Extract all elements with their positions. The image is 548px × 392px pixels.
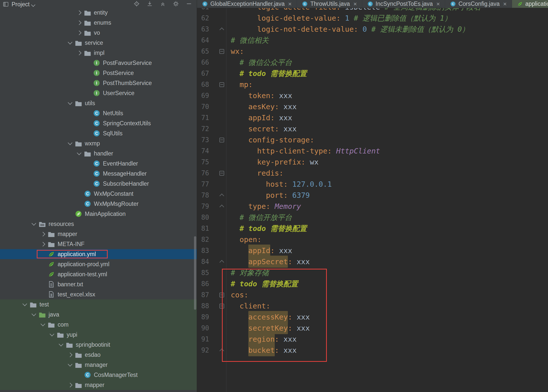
editor-line-86[interactable]: 86# todo 需替换配置 bbox=[197, 278, 548, 289]
tree-item-sqlutils[interactable]: CSqlUtils bbox=[0, 128, 197, 138]
chevron-right-icon[interactable] bbox=[74, 51, 84, 55]
tree-item-esdao[interactable]: esdao bbox=[0, 350, 197, 360]
tree-item-handler[interactable]: handler bbox=[0, 148, 197, 159]
chevron-down-icon[interactable] bbox=[38, 324, 47, 326]
close-icon[interactable]: × bbox=[288, 1, 292, 7]
tree-item-resources[interactable]: resources bbox=[0, 219, 197, 229]
editor-line-74[interactable]: 74 http-client-type: HttpClient bbox=[197, 145, 548, 156]
tree-item-cosmanagertest[interactable]: CCosManagerTest bbox=[0, 370, 197, 380]
tree-item-application-test-yml[interactable]: application-test.yml bbox=[0, 269, 197, 279]
tree-item-mapper[interactable]: mapper bbox=[0, 380, 197, 390]
chevron-down-icon[interactable] bbox=[31, 3, 35, 7]
tab-incsyncposttoes-java[interactable]: CIncSyncPostToEs.java× bbox=[362, 0, 445, 8]
chevron-right-icon[interactable] bbox=[38, 232, 47, 236]
tree-item-wxmp[interactable]: wxmp bbox=[0, 138, 197, 148]
tree-item-service[interactable]: service bbox=[0, 38, 197, 48]
editor-line-76[interactable]: 76 redis: bbox=[197, 168, 548, 179]
chevron-right-icon[interactable] bbox=[74, 21, 84, 24]
fold-collapse-icon[interactable] bbox=[217, 171, 226, 176]
tree-item-postfavourservice[interactable]: IPostFavourService bbox=[0, 58, 197, 68]
scroll-from-source-icon[interactable] bbox=[146, 1, 153, 7]
tree-item-enums[interactable]: enums bbox=[0, 18, 197, 28]
tree-item-manager[interactable]: manager bbox=[0, 360, 197, 370]
tab-corsconfig-java[interactable]: CCorsConfig.java× bbox=[445, 0, 512, 8]
tree-item-eventhandler[interactable]: CEventHandler bbox=[0, 159, 197, 169]
editor-line-71[interactable]: 71 appId: xxx bbox=[197, 112, 548, 123]
editor-line-81[interactable]: 81 # todo 需替换配置 bbox=[197, 223, 548, 234]
collapse-all-icon[interactable] bbox=[160, 1, 166, 7]
editor-line-77[interactable]: 77 host: 127.0.0.1 bbox=[197, 179, 548, 190]
editor-line-68[interactable]: 68 mp: bbox=[197, 79, 548, 90]
fold-collapse-icon[interactable] bbox=[217, 138, 226, 142]
tree-item-java[interactable]: java bbox=[0, 309, 197, 320]
editor-line-69[interactable]: 69 token: xxx bbox=[197, 90, 548, 101]
tree-item-banner-txt[interactable]: banner.txt bbox=[0, 279, 197, 289]
tree-item-impl[interactable]: impl bbox=[0, 48, 197, 58]
chevron-down-icon[interactable] bbox=[20, 303, 29, 305]
chevron-down-icon[interactable] bbox=[29, 313, 38, 316]
project-tool-window-icon[interactable] bbox=[3, 1, 9, 8]
editor-line-88[interactable]: 88 client: bbox=[197, 300, 548, 311]
tree-item-postservice[interactable]: IPostService bbox=[0, 68, 197, 78]
tree-item-subscribehandler[interactable]: CSubscribeHandler bbox=[0, 179, 197, 189]
fold-end-icon[interactable] bbox=[217, 348, 226, 352]
close-icon[interactable]: × bbox=[436, 1, 440, 7]
chevron-down-icon[interactable] bbox=[65, 102, 74, 104]
project-view-title[interactable]: Project bbox=[12, 1, 30, 8]
chevron-right-icon[interactable] bbox=[74, 31, 84, 34]
tree-item-messagehandler[interactable]: CMessageHandler bbox=[0, 169, 197, 179]
chevron-down-icon[interactable] bbox=[74, 152, 84, 154]
fold-collapse-icon[interactable] bbox=[217, 82, 226, 87]
tree-item-test-excel-xlsx[interactable]: test_excel.xlsx bbox=[0, 289, 197, 299]
fold-end-icon[interactable] bbox=[217, 27, 226, 31]
editor-line-82[interactable]: 82 open: bbox=[197, 234, 548, 245]
editor-line-64[interactable]: 64# 微信相关 bbox=[197, 35, 548, 46]
editor-line-90[interactable]: 90 secretKey: xxx bbox=[197, 323, 548, 334]
editor-line-66[interactable]: 66 # 微信公众平台 bbox=[197, 57, 548, 68]
editor-line-89[interactable]: 89 accessKey: xxx bbox=[197, 311, 548, 323]
chevron-right-icon[interactable] bbox=[65, 353, 74, 357]
chevron-down-icon[interactable] bbox=[65, 42, 74, 44]
editor-line-73[interactable]: 73 config-storage: bbox=[197, 134, 548, 145]
editor-line-87[interactable]: 87cos: bbox=[197, 289, 548, 300]
chevron-down-icon[interactable] bbox=[65, 364, 74, 366]
tree-item-mapper[interactable]: mapper bbox=[0, 229, 197, 239]
project-scrollbar[interactable] bbox=[194, 236, 196, 310]
chevron-down-icon[interactable] bbox=[56, 344, 65, 346]
fold-end-icon[interactable] bbox=[217, 259, 226, 264]
editor-line-83[interactable]: 83 appId: xxx bbox=[197, 245, 548, 256]
chevron-right-icon[interactable] bbox=[65, 383, 74, 387]
tree-item-application-yml[interactable]: application.yml bbox=[0, 249, 197, 259]
editor-line-62[interactable]: 62 logic-delete-value: 1 # 逻辑已删除值（默认为 1） bbox=[197, 13, 548, 24]
tab-throwutils-java[interactable]: CThrowUtils.java× bbox=[297, 0, 362, 8]
tree-item-application-prod-yml[interactable]: application-prod.yml bbox=[0, 259, 197, 269]
editor-line-85[interactable]: 85# 对象存储 bbox=[197, 267, 548, 278]
editor-line-84[interactable]: 84 appSecret: xxx bbox=[197, 256, 548, 267]
fold-collapse-icon[interactable] bbox=[217, 293, 226, 297]
tree-item-wxmpmsgrouter[interactable]: CWxMpMsgRouter bbox=[0, 199, 197, 209]
tree-item-postthumbservice[interactable]: IPostThumbService bbox=[0, 78, 197, 88]
tree-item-netutils[interactable]: CNetUtils bbox=[0, 108, 197, 118]
fold-collapse-icon[interactable] bbox=[217, 49, 226, 54]
editor-line-65[interactable]: 65wx: bbox=[197, 46, 548, 57]
tree-item-entity[interactable]: entity bbox=[0, 8, 197, 18]
tree-item-springcontextutils[interactable]: CSpringContextUtils bbox=[0, 118, 197, 128]
tree-item-test[interactable]: test bbox=[0, 299, 197, 309]
select-opened-file-icon[interactable] bbox=[133, 1, 140, 7]
editor-line-91[interactable]: 91 region: xxx bbox=[197, 334, 548, 345]
editor-line-67[interactable]: 67 # todo 需替换配置 bbox=[197, 68, 548, 79]
tree-item-meta-inf[interactable]: META-INF bbox=[0, 239, 197, 249]
tab-application-yml[interactable]: application.yml× bbox=[512, 0, 548, 8]
chevron-down-icon[interactable] bbox=[29, 223, 38, 225]
close-icon[interactable]: × bbox=[503, 1, 507, 7]
chevron-down-icon[interactable] bbox=[47, 334, 56, 336]
tree-item-wxmpconstant[interactable]: CWxMpConstant bbox=[0, 189, 197, 199]
tree-item-springbootinit[interactable]: springbootinit bbox=[0, 340, 197, 350]
editor-line-80[interactable]: 80 # 微信开放平台 bbox=[197, 212, 548, 223]
settings-icon[interactable] bbox=[173, 1, 179, 7]
tree-item-com[interactable]: com bbox=[0, 320, 197, 330]
chevron-right-icon[interactable] bbox=[74, 11, 84, 14]
editor-line-92[interactable]: 92 bucket: xxx bbox=[197, 345, 548, 356]
hide-icon[interactable] bbox=[186, 1, 192, 7]
fold-collapse-icon[interactable] bbox=[217, 304, 226, 308]
